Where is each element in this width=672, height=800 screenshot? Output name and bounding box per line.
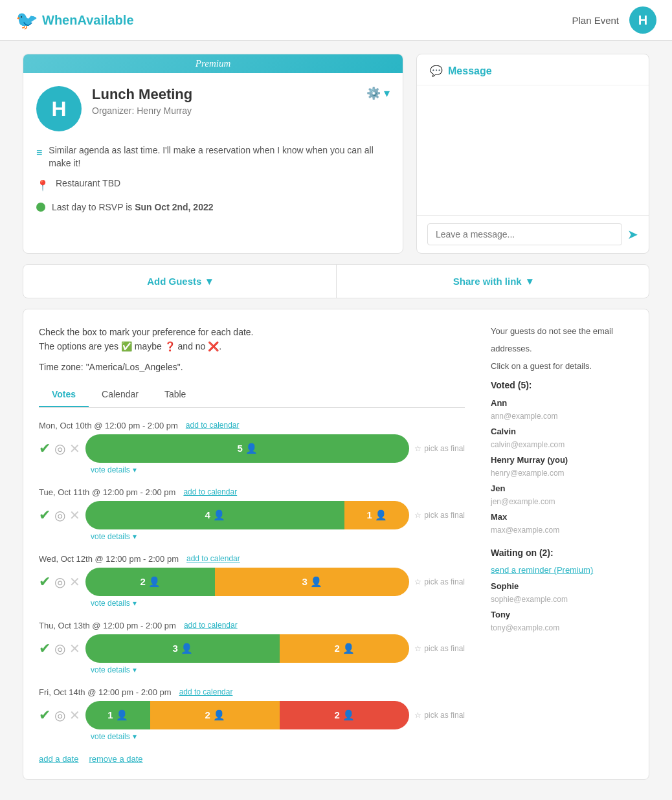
- add-date-link[interactable]: add a date: [39, 754, 78, 764]
- voted-guest[interactable]: Maxmax@example.com: [491, 511, 633, 537]
- person-icon-green: 👤: [213, 509, 225, 521]
- add-to-calendar-link[interactable]: add to calendar: [179, 687, 233, 696]
- date-row: Tue, Oct 11th @ 12:00 pm - 2:00 pm add t…: [39, 487, 465, 541]
- voted-guests-container: Annann@example.comCalvincalvin@example.c…: [491, 397, 633, 537]
- vote-yes-check[interactable]: ✔: [39, 440, 50, 457]
- waiting-guest[interactable]: Sophiesophie@example.com: [491, 580, 633, 606]
- guest-email: henry@example.com: [491, 467, 633, 480]
- reminder-link[interactable]: send a reminder (Premium): [491, 565, 593, 575]
- date-header: Tue, Oct 11th @ 12:00 pm - 2:00 pm add t…: [39, 487, 465, 497]
- chevron-down-small-icon: ▾: [133, 532, 137, 541]
- add-to-calendar-link[interactable]: add to calendar: [186, 554, 240, 563]
- voting-left: Check the box to mark your preference fo…: [39, 325, 465, 764]
- plan-event-button[interactable]: Plan Event: [572, 15, 619, 26]
- date-label: Fri, Oct 14th @ 12:00 pm - 2:00 pm: [39, 687, 172, 697]
- vote-no-x[interactable]: ✕: [69, 574, 80, 590]
- date-header: Mon, Oct 10th @ 12:00 pm - 2:00 pm add t…: [39, 421, 465, 430]
- vote-controls: ✔ ◎ ✕ 4 👤1 👤 ☆ pick as final: [39, 501, 465, 529]
- header: 🐦 WhenAvailable Plan Event H: [0, 0, 672, 41]
- voted-guest[interactable]: Calvincalvin@example.com: [491, 425, 633, 451]
- guest-name: Max: [491, 511, 633, 524]
- add-guests-button[interactable]: Add Guests ▾: [23, 265, 336, 298]
- settings-button[interactable]: ⚙️ ▾: [366, 86, 390, 100]
- vote-details-label: vote details: [91, 465, 130, 474]
- vote-controls: ✔ ◎ ✕ 5 👤 ☆ pick as final: [39, 434, 465, 463]
- vote-details-toggle[interactable]: vote details ▾: [91, 465, 465, 474]
- voted-guest[interactable]: Jenjen@example.com: [491, 482, 633, 508]
- chevron-down-small-icon: ▾: [133, 465, 137, 474]
- message-input[interactable]: [427, 223, 622, 245]
- vote-maybe-icon[interactable]: ◎: [54, 574, 65, 590]
- pick-final-label: pick as final: [424, 444, 465, 453]
- pick-as-final-button[interactable]: ☆ pick as final: [414, 577, 465, 586]
- message-bubble-icon: 💬: [430, 65, 443, 77]
- right-sidebar: Your guests do not see the email address…: [491, 325, 633, 764]
- event-title-block: Lunch Meeting Organizer: Henry Murray: [92, 86, 356, 116]
- vote-maybe-icon[interactable]: ◎: [54, 707, 65, 723]
- person-icon-green: 👤: [181, 643, 193, 654]
- vote-details-label: vote details: [91, 732, 130, 741]
- voting-instructions: Check the box to mark your preference fo…: [39, 325, 465, 354]
- send-button[interactable]: ➤: [627, 227, 638, 242]
- pick-as-final-button[interactable]: ☆ pick as final: [414, 711, 465, 720]
- tab-calendar[interactable]: Calendar: [89, 383, 151, 407]
- add-to-calendar-link[interactable]: add to calendar: [186, 421, 240, 430]
- location-row: 📍 Restaurant TBD: [36, 177, 390, 193]
- vote-yes-check[interactable]: ✔: [39, 507, 50, 524]
- vote-maybe-icon[interactable]: ◎: [54, 441, 65, 456]
- check-emoji: ✅: [121, 341, 135, 351]
- yellow-bar: 1 👤: [344, 501, 409, 529]
- pick-as-final-button[interactable]: ☆ pick as final: [414, 511, 465, 520]
- green-dot-icon: [36, 203, 45, 212]
- pick-final-label: pick as final: [424, 577, 465, 586]
- vote-bar: 4 👤1 👤: [85, 501, 409, 529]
- green-bar: 1 👤: [85, 701, 150, 729]
- chevron-down-small-icon: ▾: [133, 665, 137, 674]
- date-row: Thu, Oct 13th @ 12:00 pm - 2:00 pm add t…: [39, 621, 465, 674]
- message-card: 💬 Message ➤: [416, 54, 649, 254]
- vote-details-label: vote details: [91, 599, 130, 608]
- question-emoji: ❓: [164, 341, 178, 351]
- voted-guest[interactable]: Annann@example.com: [491, 397, 633, 423]
- waiting-guest[interactable]: Tonytony@example.com: [491, 608, 633, 634]
- vote-icons: ✔ ◎ ✕: [39, 440, 80, 457]
- vote-yes-check[interactable]: ✔: [39, 640, 50, 657]
- vote-maybe-icon[interactable]: ◎: [54, 507, 65, 523]
- yellow-bar: 2 👤: [280, 634, 409, 663]
- vote-maybe-icon[interactable]: ◎: [54, 641, 65, 656]
- person-icon-yellow: 👤: [375, 509, 387, 521]
- vote-no-x[interactable]: ✕: [69, 707, 80, 723]
- vote-details-toggle[interactable]: vote details ▾: [91, 732, 465, 741]
- vote-no-x[interactable]: ✕: [69, 507, 80, 523]
- message-body: [417, 85, 649, 215]
- vote-yes-check[interactable]: ✔: [39, 573, 50, 590]
- vote-yes-check[interactable]: ✔: [39, 707, 50, 724]
- vote-no-x[interactable]: ✕: [69, 441, 80, 456]
- pick-as-final-button[interactable]: ☆ pick as final: [414, 644, 465, 653]
- vote-details-toggle[interactable]: vote details ▾: [91, 532, 465, 541]
- pick-as-final-button[interactable]: ☆ pick as final: [414, 444, 465, 453]
- vote-bar: 2 👤3 👤: [85, 568, 409, 596]
- add-to-calendar-link[interactable]: add to calendar: [183, 487, 237, 496]
- share-link-button[interactable]: Share with link ▾: [337, 265, 649, 298]
- chevron-down-small-icon: ▾: [133, 732, 137, 741]
- vote-no-x[interactable]: ✕: [69, 641, 80, 656]
- add-guests-label: Add Guests: [147, 276, 201, 287]
- star-icon: ☆: [414, 711, 421, 720]
- guest-email: sophie@example.com: [491, 594, 633, 606]
- message-title: Message: [448, 65, 492, 77]
- instruction-line-2: The options are yes ✅ maybe ❓ and no ❌.: [39, 339, 465, 353]
- user-avatar[interactable]: H: [629, 6, 656, 34]
- guest-name: Henry Murray (you): [491, 454, 633, 467]
- green-bar: 3 👤: [85, 634, 280, 663]
- timezone-line: Time zone: "America/Los_Angeles".: [39, 362, 465, 372]
- remove-date-link[interactable]: remove a date: [89, 754, 142, 764]
- logo-bird-icon: 🐦: [16, 10, 38, 31]
- guest-name: Jen: [491, 482, 633, 496]
- vote-details-toggle[interactable]: vote details ▾: [91, 665, 465, 674]
- voted-guest[interactable]: Henry Murray (you)henry@example.com: [491, 454, 633, 480]
- tab-votes[interactable]: Votes: [39, 383, 89, 407]
- tab-table[interactable]: Table: [151, 383, 199, 407]
- vote-details-toggle[interactable]: vote details ▾: [91, 599, 465, 608]
- add-to-calendar-link[interactable]: add to calendar: [184, 621, 238, 630]
